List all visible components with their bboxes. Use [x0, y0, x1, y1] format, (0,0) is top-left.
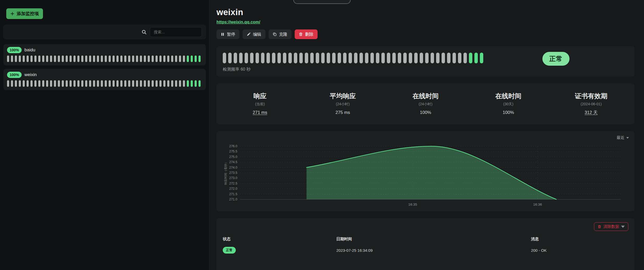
pause-button[interactable]: 暂停 [216, 29, 239, 39]
heartbeat-empty [365, 53, 368, 63]
heartbeat-empty [124, 56, 126, 62]
heartbeat-empty [77, 56, 79, 62]
heartbeat-empty [453, 53, 456, 63]
heartbeat-empty [27, 56, 29, 62]
heartbeat-bar [223, 53, 483, 63]
heartbeat-up [191, 56, 193, 62]
heartbeat-empty [38, 56, 40, 62]
stat-title: 平均响应 [301, 92, 384, 100]
chart-range-dropdown[interactable]: 最近 [617, 135, 629, 140]
clone-label: 克隆 [279, 32, 287, 37]
monitor-row: 100%baidu [7, 47, 202, 53]
heartbeat-empty [381, 53, 385, 63]
heartbeat-empty [105, 80, 107, 87]
monitor-list-item-baidu[interactable]: 100%baidu [3, 44, 206, 65]
stat-cert-expiry: 证书有效期(2024-06-01)312 天 [550, 92, 633, 115]
heartbeat-empty [171, 56, 173, 62]
heartbeat-up [187, 80, 189, 87]
heartbeat-empty [15, 56, 17, 62]
svg-text:271.5: 271.5 [229, 192, 237, 196]
heartbeat-up [469, 53, 472, 63]
caret-down-icon [626, 137, 629, 139]
heartbeat-empty [431, 53, 434, 63]
monitor-url-link[interactable]: https://weixin.qq.com/ [216, 20, 260, 24]
delete-button[interactable]: 删除 [295, 29, 318, 39]
heartbeat-empty [332, 53, 336, 63]
heartbeat-empty [223, 53, 226, 63]
heartbeat-empty [7, 56, 9, 62]
heartbeat-empty [245, 53, 248, 63]
stat-value: 100% [384, 110, 467, 115]
heartbeat-empty [42, 56, 44, 62]
heartbeat-empty [140, 56, 142, 62]
search-icon [141, 29, 147, 35]
heartbeat-up [199, 56, 201, 62]
heartbeat-empty [93, 56, 95, 62]
heartbeat-empty [277, 53, 281, 63]
heartbeat-empty [316, 53, 319, 63]
add-monitor-button[interactable]: 添加监控项 [6, 8, 43, 19]
svg-text:274.0: 274.0 [229, 166, 237, 169]
heartbeat-empty [159, 80, 162, 87]
stat-title: 响应 [219, 92, 301, 100]
chart-container: 276.0275.5275.0274.5274.0273.5273.0272.5… [223, 144, 628, 209]
heartbeat-empty [85, 80, 87, 87]
stat-sub: (30天) [467, 102, 550, 107]
heartbeat-empty [354, 53, 357, 63]
heartbeat-empty [136, 56, 138, 62]
monitor-row: 100%weixin [7, 72, 202, 78]
heartbeat-empty [11, 80, 13, 87]
search-panel [3, 24, 206, 39]
heartbeat-section: 检测频率 60 秒 [223, 53, 483, 72]
actions-row: 暂停编辑克隆删除 [216, 29, 635, 39]
heartbeat-up [474, 53, 478, 63]
heartbeat-empty [458, 53, 461, 63]
heartbeat-empty [62, 56, 64, 62]
heartbeat-empty [34, 56, 36, 62]
clone-button[interactable]: 克隆 [269, 29, 292, 39]
events-header: 日期时间 [336, 234, 531, 245]
heartbeat-empty [38, 80, 40, 87]
stat-sub: (24小时) [384, 102, 467, 107]
events-table: 状态日期时间消息正常2023-07-25 16:34:09200 - OK [223, 234, 628, 256]
heartbeat-empty [89, 80, 91, 87]
heartbeat-empty [272, 53, 275, 63]
heartbeat-empty [89, 56, 91, 62]
heartbeat-empty [132, 56, 134, 62]
heartbeat-empty [140, 80, 142, 87]
clear-data-label: 清除数据 [603, 224, 619, 229]
heartbeat-empty [144, 80, 146, 87]
heartbeat-empty [66, 56, 68, 62]
monitor-list-item-weixin[interactable]: 100%weixin [3, 69, 206, 90]
heartbeat-empty [97, 80, 99, 87]
heartbeat-empty [101, 56, 103, 62]
stat-value[interactable]: 312 天 [550, 109, 633, 115]
heartbeat-empty [70, 80, 72, 87]
heartbeat-empty [387, 53, 390, 63]
svg-text:272.0: 272.0 [229, 187, 237, 191]
stat-value[interactable]: 271 ms [219, 110, 301, 115]
heartbeat-empty [321, 53, 325, 63]
heartbeat-empty [58, 56, 60, 62]
heartbeat-empty [327, 53, 330, 63]
search-input[interactable] [150, 27, 202, 37]
heartbeat-empty [109, 80, 111, 87]
heartbeat-empty [228, 53, 232, 63]
monitor-name: weixin [24, 72, 37, 77]
heartbeat-empty [294, 53, 297, 63]
heartbeat-empty [97, 56, 99, 62]
heartbeat-empty [370, 53, 374, 63]
stat-value: 275 ms [301, 110, 384, 115]
svg-text:275.5: 275.5 [229, 150, 237, 154]
heartbeat-empty [109, 56, 111, 62]
stat-title: 证书有效期 [550, 92, 633, 100]
svg-text:273.0: 273.0 [229, 176, 237, 180]
heartbeat-empty [70, 56, 72, 62]
clear-data-button[interactable]: 清除数据 [594, 222, 628, 231]
heartbeat-empty [120, 80, 122, 87]
heartbeat-empty [167, 80, 169, 87]
stat-title: 在线时间 [467, 92, 550, 100]
svg-text:响应时间（毫秒）: 响应时间（毫秒） [224, 161, 227, 185]
heartbeat-empty [360, 53, 363, 63]
edit-button[interactable]: 编辑 [243, 29, 265, 39]
